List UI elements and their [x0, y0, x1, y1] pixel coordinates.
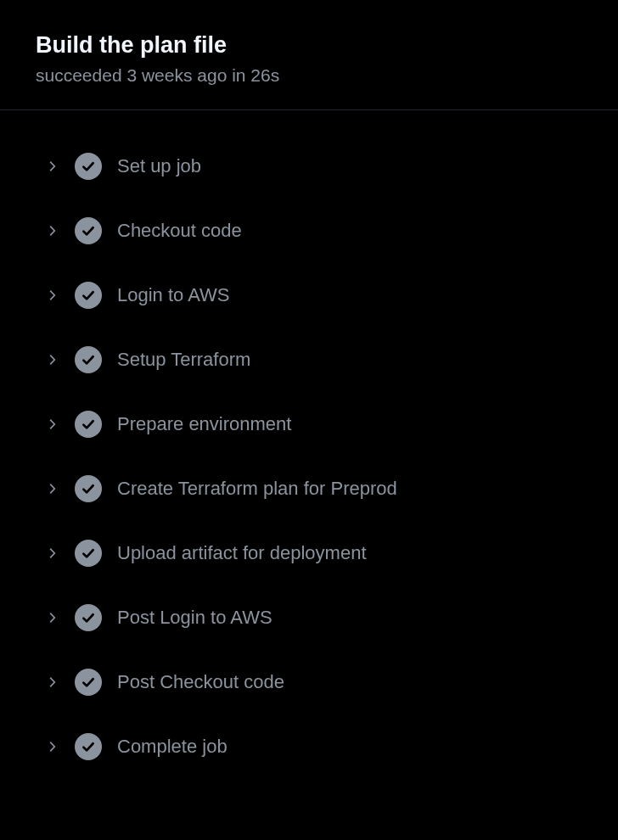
chevron-right-icon [44, 481, 59, 496]
step-label: Checkout code [117, 220, 242, 242]
chevron-right-icon [44, 223, 59, 238]
check-circle-icon [75, 604, 102, 631]
chevron-right-icon [44, 288, 59, 303]
step-row[interactable]: Upload artifact for deployment [36, 521, 582, 585]
chevron-right-icon [44, 739, 59, 754]
step-row[interactable]: Post Checkout code [36, 650, 582, 714]
step-row[interactable]: Setup Terraform [36, 328, 582, 392]
chevron-right-icon [44, 546, 59, 561]
check-circle-icon [75, 475, 102, 502]
job-steps-list: Set up job Checkout code Login to AWS Se… [0, 110, 618, 779]
chevron-right-icon [44, 352, 59, 367]
job-header: Build the plan file succeeded 3 weeks ag… [0, 0, 618, 110]
step-row[interactable]: Prepare environment [36, 392, 582, 456]
step-row[interactable]: Create Terraform plan for Preprod [36, 456, 582, 521]
chevron-right-icon [44, 417, 59, 432]
check-circle-icon [75, 669, 102, 696]
step-label: Upload artifact for deployment [117, 542, 367, 564]
chevron-right-icon [44, 675, 59, 690]
check-circle-icon [75, 411, 102, 438]
step-label: Set up job [117, 155, 201, 177]
step-row[interactable]: Post Login to AWS [36, 585, 582, 650]
step-label: Post Checkout code [117, 671, 284, 693]
chevron-right-icon [44, 610, 59, 625]
job-status-line: succeeded 3 weeks ago in 26s [36, 65, 582, 86]
step-label: Login to AWS [117, 284, 229, 306]
job-title: Build the plan file [36, 31, 582, 60]
step-row[interactable]: Set up job [36, 134, 582, 199]
step-label: Create Terraform plan for Preprod [117, 478, 397, 500]
step-row[interactable]: Complete job [36, 714, 582, 779]
chevron-right-icon [44, 159, 59, 174]
step-row[interactable]: Checkout code [36, 199, 582, 263]
check-circle-icon [75, 540, 102, 567]
step-label: Post Login to AWS [117, 607, 272, 629]
check-circle-icon [75, 282, 102, 309]
check-circle-icon [75, 217, 102, 244]
step-label: Prepare environment [117, 413, 291, 435]
step-label: Complete job [117, 736, 228, 758]
step-label: Setup Terraform [117, 349, 250, 371]
check-circle-icon [75, 153, 102, 180]
check-circle-icon [75, 733, 102, 760]
check-circle-icon [75, 346, 102, 373]
step-row[interactable]: Login to AWS [36, 263, 582, 328]
